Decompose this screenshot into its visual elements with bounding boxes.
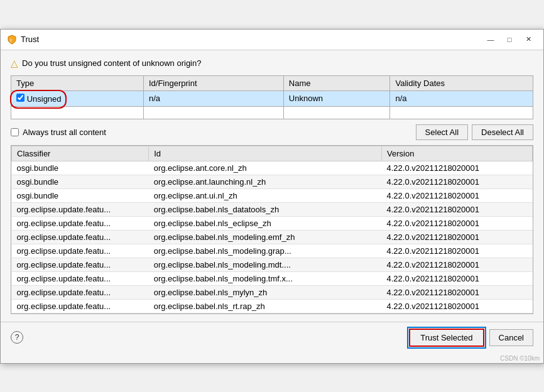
- cell-classifier: org.eclipse.update.featu...: [12, 244, 149, 258]
- cell-classifier: org.eclipse.update.featu...: [12, 285, 149, 299]
- cell-classifier: org.eclipse.update.featu...: [12, 299, 149, 313]
- cell-classifier: osgi.bundle: [12, 175, 149, 188]
- maximize-button[interactable]: □: [501, 33, 518, 46]
- cell-id: org.eclipse.babel.nls_eclipse_zh: [149, 216, 382, 230]
- always-trust-group: Always trust all content: [11, 128, 106, 137]
- lower-col-classifier: Classifier: [12, 146, 149, 161]
- col-name: Name: [283, 75, 390, 90]
- table-row: osgi.bundleorg.eclipse.ant.ui.nl_zh4.22.…: [12, 188, 533, 202]
- always-trust-label: Always trust all content: [23, 128, 106, 137]
- cell-classifier: org.eclipse.update.featu...: [12, 258, 149, 271]
- cell-version: 4.22.0.v20211218020001: [382, 271, 533, 285]
- cell-version: 4.22.0.v20211218020001: [382, 202, 533, 216]
- cell-id: org.eclipse.babel.nls_modeling.mdt....: [149, 258, 382, 271]
- cell-id: org.eclipse.ant.ui.nl_zh: [149, 188, 382, 202]
- cell-classifier: org.eclipse.update.featu...: [12, 230, 149, 244]
- dialog-content: △ Do you trust unsigned content of unkno…: [1, 50, 543, 322]
- minimize-button[interactable]: —: [482, 33, 499, 46]
- cell-classifier: org.eclipse.update.featu...: [12, 202, 149, 216]
- warning-icon: △: [11, 58, 18, 69]
- watermark: CSDN ©10km: [500, 355, 540, 362]
- lower-col-id: Id: [149, 146, 382, 161]
- footer-left: ?: [11, 331, 23, 344]
- type-cell: Unsigned: [16, 94, 62, 104]
- cell-version: 4.22.0.v20211218020001: [382, 175, 533, 188]
- cell-id: org.eclipse.babel.nls_mylyn_zh: [149, 285, 382, 299]
- warning-row: △ Do you trust unsigned content of unkno…: [11, 58, 533, 69]
- cell-version: 4.22.0.v20211218020001: [382, 161, 533, 175]
- cell-classifier: osgi.bundle: [12, 188, 149, 202]
- cell-id: org.eclipse.babel.nls_rt.rap_zh: [149, 299, 382, 313]
- cell-id: org.eclipse.babel.nls_modeling.tmf.x...: [149, 271, 382, 285]
- cell-version: 4.22.0.v20211218020001: [382, 188, 533, 202]
- cell-version: 4.22.0.v20211218020001: [382, 285, 533, 299]
- help-button[interactable]: ?: [11, 331, 23, 344]
- select-buttons: Select All Deselect All: [416, 124, 533, 140]
- middle-row: Always trust all content Select All Dese…: [11, 119, 533, 145]
- cell-version: 4.22.0.v20211218020001: [382, 230, 533, 244]
- table-row: osgi.bundleorg.eclipse.ant.core.nl_zh4.2…: [12, 161, 533, 175]
- col-id-fingerprint: Id/Fingerprint: [143, 75, 283, 90]
- cell-classifier: osgi.bundle: [12, 161, 149, 175]
- title-bar-left: ! Trust: [7, 35, 39, 45]
- cell-classifier: org.eclipse.update.featu...: [12, 216, 149, 230]
- table-row: org.eclipse.update.featu...org.eclipse.b…: [12, 271, 533, 285]
- svg-text:!: !: [10, 38, 12, 43]
- type-label: Unsigned: [27, 94, 62, 104]
- cell-id: org.eclipse.ant.core.nl_zh: [149, 161, 382, 175]
- cell-version: 4.22.0.v20211218020001: [382, 258, 533, 271]
- col-validity-dates: Validity Dates: [390, 75, 533, 90]
- warning-text: Do you trust unsigned content of unknown…: [22, 58, 201, 68]
- cell-version: 4.22.0.v20211218020001: [382, 244, 533, 258]
- upper-table-row-1: Unsigned n/a Unknown n/a: [11, 90, 533, 106]
- cell-id: org.eclipse.ant.launching.nl_zh: [149, 175, 382, 188]
- upper-table-row-empty: [11, 106, 533, 119]
- title-bar: ! Trust — □ ✕: [1, 30, 543, 50]
- table-row: org.eclipse.update.featu...org.eclipse.b…: [12, 299, 533, 313]
- table-row: org.eclipse.update.featu...org.eclipse.b…: [12, 202, 533, 216]
- table-row: osgi.bundleorg.eclipse.ant.launching.nl_…: [12, 175, 533, 188]
- cell-id: org.eclipse.babel.nls_modeling.emf_zh: [149, 230, 382, 244]
- cell-id: org.eclipse.babel.nls_modeling.grap...: [149, 244, 382, 258]
- title-bar-controls: — □ ✕: [482, 33, 537, 46]
- trust-dialog: ! Trust — □ ✕ △ Do you trust unsigned co…: [0, 29, 544, 364]
- dialog-footer: ? Trust Selected Cancel: [1, 322, 543, 353]
- table-row: org.eclipse.update.featu...org.eclipse.b…: [12, 244, 533, 258]
- always-trust-checkbox[interactable]: [11, 128, 19, 136]
- row-id: n/a: [143, 90, 283, 106]
- cell-version: 4.22.0.v20211218020001: [382, 299, 533, 313]
- lower-table-scroll[interactable]: Classifier Id Version osgi.bundleorg.ecl…: [11, 146, 533, 313]
- table-row: org.eclipse.update.featu...org.eclipse.b…: [12, 230, 533, 244]
- upper-table: Type Id/Fingerprint Name Validity Dates …: [11, 75, 533, 119]
- row-validity: n/a: [390, 90, 533, 106]
- window-title: Trust: [21, 35, 39, 44]
- cell-version: 4.22.0.v20211218020001: [382, 216, 533, 230]
- cancel-button[interactable]: Cancel: [489, 329, 533, 346]
- lower-table: Classifier Id Version osgi.bundleorg.ecl…: [11, 146, 533, 313]
- cell-classifier: org.eclipse.update.featu...: [12, 271, 149, 285]
- trust-selected-button[interactable]: Trust Selected: [409, 329, 484, 347]
- cell-id: org.eclipse.babel.nls_datatools_zh: [149, 202, 382, 216]
- col-type: Type: [11, 75, 144, 90]
- lower-table-wrapper: Classifier Id Version osgi.bundleorg.ecl…: [11, 145, 533, 314]
- table-row: org.eclipse.update.featu...org.eclipse.b…: [12, 216, 533, 230]
- deselect-all-button[interactable]: Deselect All: [472, 124, 533, 140]
- unsigned-checkbox[interactable]: [16, 94, 24, 102]
- footer-right: Trust Selected Cancel: [409, 329, 533, 347]
- lower-col-version: Version: [382, 146, 533, 161]
- select-all-button[interactable]: Select All: [416, 124, 468, 140]
- close-button[interactable]: ✕: [520, 33, 537, 46]
- row-name: Unknown: [283, 90, 390, 106]
- table-row: org.eclipse.update.featu...org.eclipse.b…: [12, 258, 533, 271]
- shield-icon: !: [7, 35, 17, 45]
- table-row: org.eclipse.update.featu...org.eclipse.b…: [12, 285, 533, 299]
